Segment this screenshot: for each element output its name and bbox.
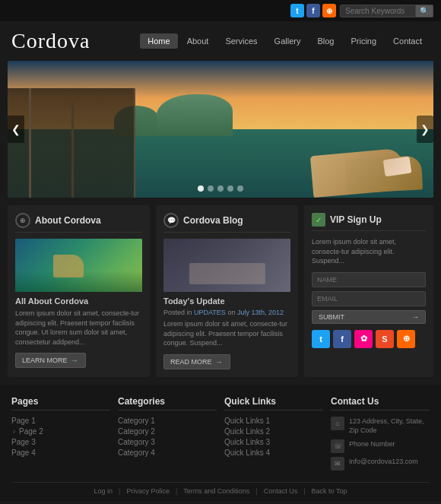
footer-categories: Categories Category 1 Category 2 Categor… — [118, 396, 217, 474]
contact-address: 123 Address, City, State, Zip Code — [349, 417, 430, 436]
category-2-link[interactable]: Category 2 — [118, 427, 217, 436]
quicklink-3[interactable]: Quick Links 3 — [224, 438, 323, 446]
page-1-link[interactable]: Page 1 — [11, 417, 110, 425]
quicklink-4[interactable]: Quick Links 4 — [224, 449, 323, 457]
footer-columns: Pages Page 1 Page 2 Page 3 Page 4 Catego… — [11, 396, 430, 474]
top-social-icons: t f ⊕ — [290, 4, 336, 17]
read-more-label: READ MORE — [170, 358, 212, 366]
vip-header: ✓ VIP Sign Up — [312, 213, 426, 231]
about-header: ⊕ About Cordova — [15, 213, 142, 233]
contact-address-item: ⌂ 123 Address, City, State, Zip Code — [331, 417, 430, 436]
category-3-link[interactable]: Category 3 — [118, 438, 217, 446]
hero-dot-4[interactable] — [227, 185, 233, 192]
hero-dot-5[interactable] — [237, 185, 243, 192]
phone-icon: ☏ — [331, 439, 344, 453]
vip-email-input[interactable] — [312, 291, 426, 306]
hero-image-area: ❮ ❯ — [8, 61, 433, 198]
navigation: Home About Services Gallery Blog Pricing… — [140, 33, 430, 49]
blog-body: Lorem ipsum dolor sit amet, consecte-tur… — [163, 319, 290, 348]
hero-dot-1[interactable] — [198, 185, 204, 192]
search-input[interactable] — [340, 5, 416, 17]
vip-social-icons: t f ✿ S ⊕ — [312, 330, 426, 348]
blog-posted: Posted in UPDATES on July 13th, 2012 — [163, 309, 290, 316]
vip-name-input[interactable] — [312, 272, 426, 287]
nav-gallery[interactable]: Gallery — [267, 33, 309, 49]
hero-dot-3[interactable] — [217, 185, 224, 192]
blog-header: 💬 Cordova Blog — [163, 213, 290, 233]
hero-dots — [198, 185, 243, 192]
location-icon: ⌂ — [331, 417, 344, 430]
vip-facebook-icon[interactable]: f — [333, 330, 351, 348]
blog-image — [163, 239, 290, 292]
blog-date: July 13th, 2012 — [237, 309, 284, 316]
login-link[interactable]: Log in — [94, 487, 113, 495]
submit-arrow-icon: → — [412, 313, 419, 321]
terms-link[interactable]: Terms and Conditions — [183, 487, 249, 495]
vip-twitter-icon[interactable]: t — [312, 330, 330, 348]
blog-icon: 💬 — [163, 213, 179, 228]
quicklink-1[interactable]: Quick Links 1 — [224, 417, 323, 425]
search-bar: 🔍 — [340, 5, 433, 17]
category-1-link[interactable]: Category 1 — [118, 417, 217, 425]
logo: Cordova — [11, 29, 90, 53]
nav-home[interactable]: Home — [140, 33, 177, 49]
about-body: Lorem ipsum dolor sit amet, consecte-tur… — [15, 309, 142, 347]
about-image — [15, 239, 142, 292]
vip-flickr-icon[interactable]: ✿ — [354, 330, 373, 348]
about-subtitle: All About Cordova — [15, 296, 142, 306]
twitter-icon[interactable]: t — [290, 4, 304, 17]
privacy-link[interactable]: Privacy Police — [126, 487, 170, 495]
checkmark-icon: ✓ — [312, 213, 325, 227]
categories-title: Categories — [118, 396, 217, 410]
search-button[interactable]: 🔍 — [416, 5, 433, 17]
arrow-icon: → — [71, 356, 79, 365]
read-more-button[interactable]: READ MORE → — [163, 354, 230, 369]
page-2-link[interactable]: Page 2 — [11, 427, 110, 436]
about-section: ⊕ About Cordova All About Cordova Lorem … — [8, 205, 150, 377]
category-4-link[interactable]: Category 4 — [118, 449, 217, 457]
blog-section: 💬 Cordova Blog Today's Update Posted in … — [156, 205, 298, 377]
content-row: ⊕ About Cordova All About Cordova Lorem … — [8, 205, 433, 377]
blog-subtitle: Today's Update — [163, 296, 290, 306]
quicklink-2[interactable]: Quick Links 2 — [224, 427, 323, 436]
rss-icon[interactable]: ⊕ — [322, 4, 336, 17]
hero-dot-2[interactable] — [208, 185, 214, 192]
nav-pricing[interactable]: Pricing — [343, 33, 384, 49]
vip-stumble-icon[interactable]: S — [376, 330, 394, 348]
footer-bottom: Log in | Privacy Police | Terms and Cond… — [11, 482, 430, 495]
learn-more-label: LEARN MORE — [22, 357, 68, 364]
nav-services[interactable]: Services — [217, 33, 265, 49]
vip-body: Lorem ipsum dolor sit amet, consecte-tur… — [312, 237, 426, 266]
about-title: About Cordova — [35, 215, 101, 226]
hero-slider: ❮ ❯ — [0, 61, 441, 198]
contact-phone-item: ☏ Phone Number — [331, 439, 430, 453]
contact-phone: Phone Number — [349, 439, 395, 449]
back-to-top-link[interactable]: Back to Top — [312, 487, 347, 495]
email-icon: ✉ — [331, 457, 344, 471]
pages-title: Pages — [11, 396, 110, 410]
footer-pages: Pages Page 1 Page 2 Page 3 Page 4 — [11, 396, 110, 474]
blog-category: UPDATES — [194, 309, 226, 316]
facebook-icon[interactable]: f — [306, 4, 320, 17]
learn-more-button[interactable]: LEARN MORE → — [15, 353, 86, 368]
nav-contact[interactable]: Contact — [385, 33, 430, 49]
nav-about[interactable]: About — [179, 33, 217, 49]
arrow-icon: → — [215, 357, 224, 366]
footer-quicklinks: Quick Links Quick Links 1 Quick Links 2 … — [224, 396, 323, 474]
contact-email: Info@cordova123.com — [349, 457, 418, 467]
vip-rss-icon[interactable]: ⊕ — [397, 330, 415, 348]
quicklinks-title: Quick Links — [224, 396, 323, 410]
header: Cordova Home About Services Gallery Blog… — [0, 21, 441, 61]
vip-submit-button[interactable]: SUBMIT → — [312, 310, 426, 324]
contact-link[interactable]: Contact Us — [264, 487, 298, 495]
vip-section: ✓ VIP Sign Up Lorem ipsum dolor sit amet… — [304, 205, 433, 377]
footer-contact: Contact Us ⌂ 123 Address, City, State, Z… — [331, 396, 430, 474]
hero-next-button[interactable]: ❯ — [417, 116, 433, 143]
top-bar: t f ⊕ 🔍 — [0, 0, 441, 21]
page-3-link[interactable]: Page 3 — [11, 438, 110, 446]
hero-prev-button[interactable]: ❮ — [8, 116, 24, 143]
nav-blog[interactable]: Blog — [309, 33, 341, 49]
vip-submit-label: SUBMIT — [319, 313, 344, 321]
page-4-link[interactable]: Page 4 — [11, 449, 110, 457]
globe-icon: ⊕ — [15, 213, 30, 228]
